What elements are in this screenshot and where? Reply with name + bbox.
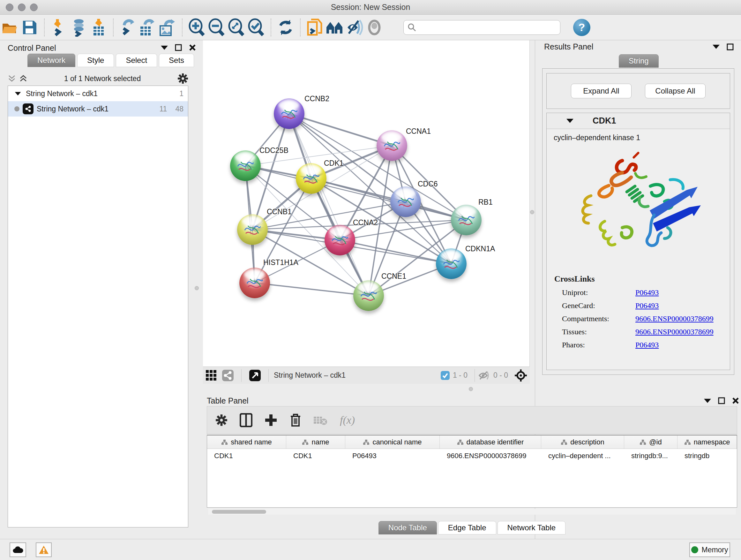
show-columns-icon[interactable]	[240, 413, 253, 427]
node-CDKN1A[interactable]	[436, 248, 467, 279]
left-splitter-handle[interactable]	[195, 286, 199, 290]
selected-checkbox-icon[interactable]	[441, 371, 450, 380]
network-options-gear-icon[interactable]	[178, 73, 188, 84]
detach-view-icon[interactable]	[247, 366, 263, 385]
zoom-out-button[interactable]	[207, 17, 226, 37]
warnings-button[interactable]	[36, 543, 52, 557]
edge-CCNA2-CDKN1A[interactable]	[340, 240, 451, 264]
column-header-description[interactable]: description	[541, 435, 624, 449]
tab-style[interactable]: Style	[77, 54, 114, 67]
crosslink-link[interactable]: 9606.ENSP00000378699	[635, 314, 714, 323]
tree-expand-icon[interactable]	[15, 91, 21, 95]
scrollbar-thumb[interactable]	[212, 510, 266, 514]
import-table-button[interactable]	[89, 17, 109, 37]
node-RB1[interactable]	[451, 205, 482, 235]
zoom-selected-button[interactable]	[246, 17, 266, 37]
expand-all-button[interactable]: Expand All	[571, 84, 631, 98]
column-header-sharedname[interactable]: shared name	[207, 435, 286, 449]
float-panel-icon[interactable]	[718, 397, 725, 404]
column-header-namespace[interactable]: namespace	[677, 435, 737, 449]
fit-content-crosshair-icon[interactable]	[512, 366, 530, 385]
save-session-button[interactable]	[20, 17, 40, 37]
import-network-database-button[interactable]	[69, 17, 89, 37]
node-HIST1H1A[interactable]	[239, 267, 270, 298]
cell[interactable]: stringdb:9...	[624, 452, 677, 460]
hide-selected-button[interactable]	[345, 17, 364, 37]
cell[interactable]: P06493	[345, 452, 440, 460]
crosslink-link[interactable]: P06493	[635, 301, 659, 310]
tab-node-table[interactable]: Node Table	[379, 521, 437, 535]
first-neighbors-button[interactable]	[325, 17, 345, 37]
tab-sets[interactable]: Sets	[159, 54, 194, 67]
crosslink-link[interactable]: 9606.ENSP00000378699	[635, 327, 714, 336]
table-row[interactable]: CDK1CDK1P064939606.ENSP00000378699cyclin…	[207, 449, 737, 463]
cell[interactable]: CDK1	[207, 452, 286, 460]
node-CDC6[interactable]	[390, 186, 421, 217]
add-column-icon[interactable]	[265, 414, 277, 427]
delete-column-icon[interactable]	[289, 413, 301, 427]
cell[interactable]: 9606.ENSP00000378699	[440, 452, 541, 460]
crosslink-link[interactable]: P06493	[635, 288, 659, 297]
column-header-canonicalname[interactable]: canonical name	[345, 435, 440, 449]
search-input[interactable]	[416, 23, 550, 32]
tab-network[interactable]: Network	[27, 54, 75, 67]
show-all-button[interactable]	[364, 17, 384, 37]
zoom-window-button[interactable]	[30, 3, 38, 11]
zoom-in-button[interactable]	[187, 17, 207, 37]
node-CDK1[interactable]	[296, 163, 327, 194]
edge-CCNB2-CCNE1[interactable]	[289, 114, 368, 296]
column-header-databaseidentifier[interactable]: database identifier	[440, 435, 541, 449]
birds-eye-view-icon[interactable]	[203, 366, 219, 385]
float-panel-icon[interactable]	[175, 44, 182, 51]
export-table-button[interactable]	[138, 17, 158, 37]
gene-section-header[interactable]: CDK1	[547, 113, 730, 129]
close-window-button[interactable]	[6, 3, 13, 11]
close-panel-icon[interactable]	[189, 44, 196, 51]
edge-CDK1-RB1[interactable]	[311, 179, 466, 220]
tab-network-table[interactable]: Network Table	[497, 521, 566, 535]
cloud-status-button[interactable]	[10, 543, 26, 557]
collapse-all-icon[interactable]	[8, 75, 16, 82]
node-CCNE1[interactable]	[353, 280, 384, 311]
right-splitter-handle[interactable]	[530, 210, 534, 214]
refresh-view-button[interactable]	[276, 17, 295, 37]
node-CCNB2[interactable]	[274, 98, 305, 129]
tab-select[interactable]: Select	[116, 54, 157, 67]
export-image-button[interactable]	[158, 17, 178, 37]
tab-edge-table[interactable]: Edge Table	[438, 521, 496, 535]
column-header-name[interactable]: name	[286, 435, 345, 449]
column-header-id[interactable]: @id	[624, 435, 677, 449]
close-panel-icon[interactable]	[732, 397, 739, 404]
cell[interactable]: cyclin–dependent ...	[541, 452, 624, 460]
network-collection-row[interactable]: String Network – cdk1 1	[8, 86, 188, 101]
edge-CCNB2-CCNA1[interactable]	[289, 114, 392, 145]
cell[interactable]: stringdb	[677, 452, 737, 460]
network-row[interactable]: String Network – cdk1 11 48	[8, 101, 188, 117]
node-CCNA1[interactable]	[377, 130, 407, 161]
edge-HIST1H1A-CCNE1[interactable]	[255, 283, 368, 296]
network-canvas[interactable]: CCNB2CCNA1CDC25BCDK1CDC6RB1CCNB1CCNA2CDK…	[203, 40, 530, 367]
open-session-button[interactable]	[0, 17, 20, 37]
import-network-file-button[interactable]	[49, 17, 69, 37]
cell[interactable]: CDK1	[286, 452, 345, 460]
panel-menu-icon[interactable]	[161, 46, 168, 50]
zoom-fit-button[interactable]	[226, 17, 246, 37]
crosslink-link[interactable]: P06493	[635, 341, 659, 349]
export-network-button[interactable]	[118, 17, 138, 37]
section-collapse-icon[interactable]	[566, 119, 574, 123]
node-CDC25B[interactable]	[230, 150, 261, 181]
bottom-splitter-handle[interactable]	[469, 387, 473, 391]
node-CCNA2[interactable]	[325, 225, 355, 255]
collapse-all-button[interactable]: Collapse All	[645, 84, 705, 98]
tab-string[interactable]: String	[619, 54, 659, 68]
search-box[interactable]	[403, 20, 560, 35]
memory-button[interactable]: Memory	[689, 543, 730, 557]
panel-menu-icon[interactable]	[704, 399, 711, 403]
expand-all-icon[interactable]	[19, 75, 27, 82]
duplicate-network-button[interactable]	[305, 17, 325, 37]
network-share-icon[interactable]	[219, 366, 236, 385]
table-horizontal-scrollbar[interactable]	[208, 509, 736, 515]
node-CCNB1[interactable]	[237, 214, 268, 245]
minimize-window-button[interactable]	[18, 3, 25, 11]
float-panel-icon[interactable]	[727, 44, 734, 51]
